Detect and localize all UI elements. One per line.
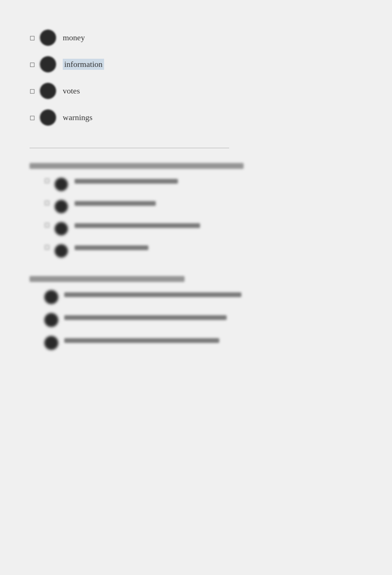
bullet-information: ◻ <box>30 60 40 68</box>
section2-answerlist <box>44 289 362 350</box>
list-item-votes: ◻ votes <box>30 83 362 99</box>
subitem-text-4 <box>75 243 148 252</box>
list-item-information: ◻ information <box>30 56 362 72</box>
subitem-text-3 <box>75 221 200 229</box>
item-label-information: information <box>63 59 104 70</box>
blob-icon-votes <box>40 83 56 99</box>
subitem-text-1 <box>75 176 178 185</box>
section1-sublist: ◻ ◻ ◻ ◻ <box>44 176 362 258</box>
bullet-sub2: ◻ <box>44 198 55 207</box>
subitem-text-2 <box>75 198 156 207</box>
blob-sub4 <box>55 244 68 258</box>
answer-item-1 <box>44 289 362 304</box>
section-divider <box>30 148 229 148</box>
blob-icon-money <box>40 30 56 46</box>
bullet-money: ◻ <box>30 34 40 42</box>
section2-question <box>30 276 362 282</box>
answer-item-2 <box>44 312 362 327</box>
blob-sub3 <box>55 222 68 235</box>
answer-blob-3 <box>44 336 58 350</box>
blob-icon-warnings <box>40 109 56 126</box>
blob-sub1 <box>55 178 68 191</box>
section1-subitem-4: ◻ <box>44 243 362 258</box>
section1-subitem-3: ◻ <box>44 221 362 235</box>
top-list-section: ◻ money ◻ information ◻ votes ◻ warnings <box>30 30 362 126</box>
bullet-votes: ◻ <box>30 87 40 95</box>
answer-blob-2 <box>44 313 58 327</box>
item-label-votes: votes <box>63 86 80 96</box>
bullet-sub4: ◻ <box>44 243 55 251</box>
section-1: ◻ ◻ ◻ ◻ <box>30 163 362 258</box>
answer-item-3 <box>44 335 362 350</box>
item-label-money: money <box>63 33 85 42</box>
answer-text-2 <box>64 312 227 322</box>
section1-question <box>30 163 362 169</box>
section-2 <box>30 276 362 350</box>
list-item-money: ◻ money <box>30 30 362 46</box>
bullet-sub3: ◻ <box>44 221 55 229</box>
bullet-warnings: ◻ <box>30 113 40 122</box>
section1-subitem-2: ◻ <box>44 198 362 213</box>
blob-sub2 <box>55 200 68 213</box>
list-item-warnings: ◻ warnings <box>30 109 362 126</box>
blob-icon-information <box>40 56 56 72</box>
item-label-warnings: warnings <box>63 113 93 122</box>
answer-blob-1 <box>44 290 58 304</box>
bullet-sub1: ◻ <box>44 176 55 184</box>
answer-text-3 <box>64 335 219 345</box>
section1-subitem-1: ◻ <box>44 176 362 191</box>
answer-text-1 <box>64 289 241 299</box>
